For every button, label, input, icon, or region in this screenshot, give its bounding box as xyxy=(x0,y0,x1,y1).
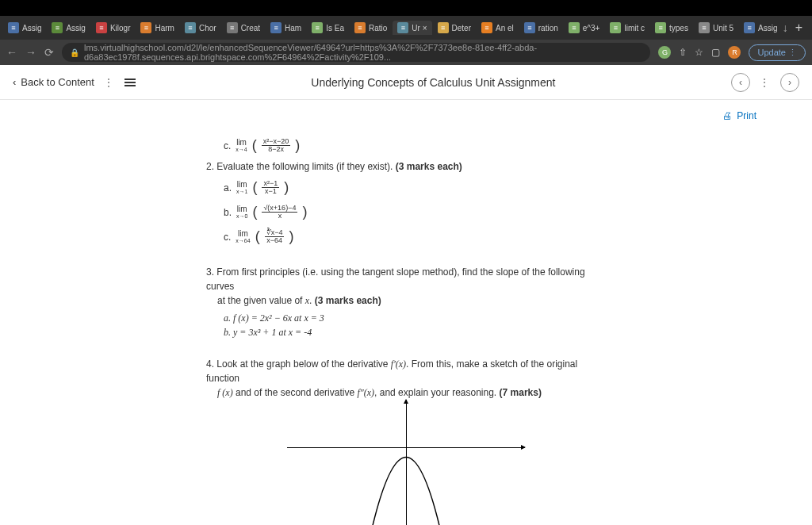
browser-tab[interactable]: ≡Ratio xyxy=(350,21,392,35)
question-4: 4. Look at the graph below of the deriva… xyxy=(206,357,606,525)
tab-favicon: ≡ xyxy=(397,22,408,33)
tab-label: types xyxy=(669,24,688,33)
tab-favicon: ≡ xyxy=(481,22,492,33)
tab-favicon: ≡ xyxy=(185,22,196,33)
tab-label: Chor xyxy=(199,24,216,33)
document-content: c. limx→4 ( x²−x−208−2x ) 2. Evaluate th… xyxy=(0,135,812,525)
tab-favicon: ≡ xyxy=(610,22,621,33)
back-button[interactable]: ← xyxy=(6,46,17,59)
browser-tab[interactable]: ≡Ham xyxy=(266,21,306,35)
tab-favicon: ≡ xyxy=(8,22,19,33)
tab-label: limit c xyxy=(624,24,645,33)
tab-favicon: ≡ xyxy=(227,22,238,33)
chevron-left-icon: ‹ xyxy=(13,76,16,88)
tab-label: Assig xyxy=(758,24,777,33)
browser-tab[interactable]: ≡Chor xyxy=(180,21,221,35)
url-bar: ← → ⟳ 🔒 lms.virtualhighschool.com/d2l/le… xyxy=(0,40,812,65)
tab-favicon: ≡ xyxy=(699,22,710,33)
kebab-menu[interactable]: ⋮ xyxy=(104,77,115,88)
tab-label: Assig xyxy=(22,24,41,33)
page-title: Underlying Concepts of Calculus Unit Ass… xyxy=(145,76,722,89)
q3-item-b: b. y = 3x³ + 1 at x = -4 xyxy=(224,325,606,339)
tab-favicon: ≡ xyxy=(354,22,366,33)
browser-tab[interactable]: ≡e^3+ xyxy=(564,21,605,35)
browser-tab[interactable]: ≡Assig xyxy=(3,21,46,35)
hamburger-icon[interactable] xyxy=(124,79,136,86)
browser-tab[interactable]: ≡Unit 5 xyxy=(694,21,738,35)
tab-favicon: ≡ xyxy=(569,22,580,33)
content-toolbar: ‹ Back to Content ⋮ Underlying Concepts … xyxy=(0,65,812,100)
browser-tab[interactable]: ≡Deter xyxy=(433,21,476,35)
tab-favicon: ≡ xyxy=(140,22,151,33)
browser-tab[interactable]: ≡An el xyxy=(477,21,519,35)
tab-favicon: ≡ xyxy=(96,22,107,33)
tab-label: An el xyxy=(496,24,514,33)
download-icon: ↓ xyxy=(783,21,788,34)
q2-item-c: c. limx→64 ( ∛x−4x−64 ) xyxy=(224,226,606,247)
browser-tab[interactable]: ≡Ur × xyxy=(393,21,431,35)
lock-icon: 🔒 xyxy=(70,48,79,57)
q1-item-c: c. limx→4 ( x²−x−208−2x ) xyxy=(224,135,606,156)
tab-favicon: ≡ xyxy=(52,22,63,33)
browser-tab[interactable]: ≡ration xyxy=(519,21,563,35)
q2-item-b: b. limx→0 ( √(x+16)−4x ) xyxy=(224,201,606,223)
q3-item-a: a. f (x) = 2x² − 6x at x = 3 xyxy=(224,311,606,325)
derivative-graph xyxy=(287,416,525,525)
tab-label: Unit 5 xyxy=(713,24,733,33)
tab-label: Creat xyxy=(241,24,260,33)
print-button[interactable]: 🖨 Print xyxy=(722,110,756,121)
tab-label: Ratio xyxy=(369,24,387,33)
tab-favicon: ≡ xyxy=(744,22,755,33)
prev-page-button[interactable]: ‹ xyxy=(731,73,750,92)
new-tab-button[interactable]: + xyxy=(789,21,809,35)
address-field[interactable]: 🔒 lms.virtualhighschool.com/d2l/le/enhan… xyxy=(62,43,650,62)
browser-tab[interactable]: ≡Creat xyxy=(222,21,265,35)
url-text: lms.virtualhighschool.com/d2l/le/enhance… xyxy=(84,43,642,62)
browser-tab[interactable]: ≡types xyxy=(650,21,693,35)
tab-label: ration xyxy=(538,24,558,33)
tab-label: Ham xyxy=(285,24,301,33)
parabola-curve xyxy=(287,400,525,525)
tab-favicon: ≡ xyxy=(655,22,666,33)
tab-label: Is Ea xyxy=(326,24,344,33)
tab-label: Ur × xyxy=(412,24,427,33)
tab-favicon: ≡ xyxy=(524,22,535,33)
browser-tabs-bar: ≡Assig≡Assig≡Kilogr≡Harm≡Chor≡Creat≡Ham≡… xyxy=(0,16,812,40)
browser-tab[interactable]: ≡Harm xyxy=(136,21,178,35)
forward-button[interactable]: → xyxy=(25,46,36,59)
browser-tab[interactable]: ≡Assig xyxy=(47,21,90,35)
page-options[interactable]: ⋮ xyxy=(760,77,771,88)
tab-label: e^3+ xyxy=(583,24,600,33)
question-3: 3. From first principles (i.e. using the… xyxy=(206,265,606,339)
reader-icon[interactable]: ▢ xyxy=(711,47,720,58)
tab-favicon: ≡ xyxy=(312,22,323,33)
q2-item-a: a. limx→1 ( x²−1x−1 ) xyxy=(224,177,606,198)
back-to-content-link[interactable]: ‹ Back to Content xyxy=(13,76,94,88)
tab-label: Harm xyxy=(155,24,174,33)
tab-label: Assig xyxy=(66,24,85,33)
tab-favicon: ≡ xyxy=(438,22,449,33)
browser-tab[interactable]: ≡Is Ea xyxy=(307,21,349,35)
tab-favicon: ≡ xyxy=(270,22,282,33)
question-2: 2. Evaluate the following limits (if the… xyxy=(206,159,606,247)
tab-label: Deter xyxy=(452,24,471,33)
print-icon: 🖨 xyxy=(722,110,732,121)
update-button[interactable]: Update ⋮ xyxy=(749,44,806,61)
extension-icon[interactable]: G xyxy=(658,46,671,59)
browser-tab[interactable]: ≡limit c xyxy=(605,21,649,35)
profile-icon[interactable]: R xyxy=(728,46,741,59)
next-page-button[interactable]: › xyxy=(780,73,799,92)
browser-tab[interactable]: ≡Assig xyxy=(739,21,782,35)
bookmark-icon[interactable]: ☆ xyxy=(695,47,703,58)
browser-tab[interactable]: ≡Kilogr xyxy=(91,21,136,35)
reload-button[interactable]: ⟳ xyxy=(44,46,54,59)
share-icon[interactable]: ⇧ xyxy=(679,47,687,58)
tab-label: Kilogr xyxy=(110,24,131,33)
